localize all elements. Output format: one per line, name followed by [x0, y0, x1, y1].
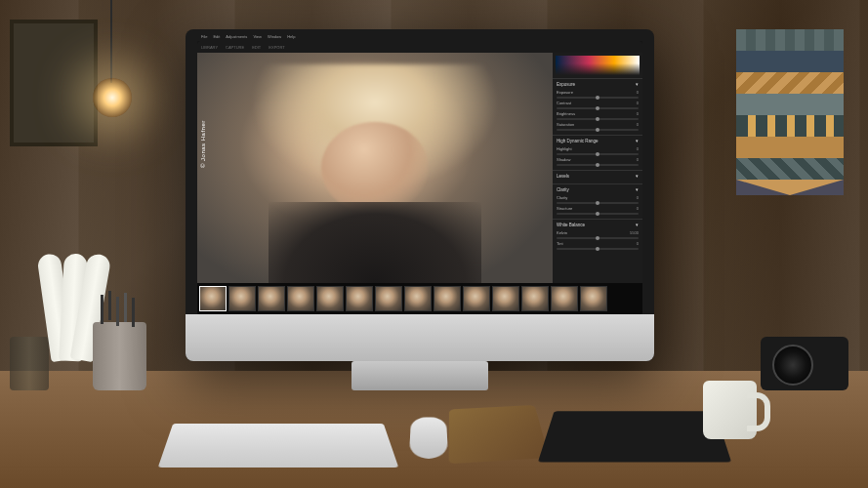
tab-library[interactable]: LIBRARY — [201, 45, 218, 50]
slider-value: 0 — [637, 122, 639, 127]
chevron-down-icon[interactable]: ▾ — [636, 82, 639, 87]
slider-label: Shadow — [557, 157, 570, 162]
monitor-bezel — [186, 314, 654, 361]
filmstrip-thumb[interactable] — [258, 286, 285, 311]
slider-label: Contrast — [557, 101, 571, 105]
kelvin-slider[interactable] — [557, 237, 639, 239]
light-bulb — [93, 78, 132, 117]
map-frame — [10, 20, 98, 146]
slider-value: 5500 — [630, 230, 639, 235]
panel-title: White Balance — [557, 223, 585, 227]
panel-title: High Dynamic Range — [557, 139, 599, 143]
saturation-slider[interactable] — [557, 129, 639, 131]
brightness-slider[interactable] — [557, 118, 639, 120]
slider-label: Exposure — [557, 90, 573, 95]
slider-label: Brightness — [557, 111, 575, 116]
panel-title: Clarity — [557, 187, 569, 192]
chevron-down-icon[interactable]: ▾ — [636, 187, 639, 192]
filmstrip-thumb[interactable] — [463, 286, 490, 311]
monitor-stand — [351, 361, 488, 390]
filmstrip-thumb[interactable] — [492, 286, 519, 311]
panel-title: Exposure — [557, 82, 575, 87]
filmstrip[interactable] — [197, 283, 642, 314]
app-toolbar: LIBRARY CAPTURE EDIT EXPORT — [197, 41, 642, 53]
histogram[interactable] — [556, 56, 640, 75]
slider-value: 0 — [637, 241, 639, 246]
panel-exposure[interactable]: Exposure▾ Exposure0 Contrast0 Brightness… — [553, 78, 642, 135]
slider-label: Clarity — [557, 195, 567, 200]
filmstrip-thumb[interactable] — [521, 286, 549, 311]
highlight-slider[interactable] — [557, 153, 639, 155]
slider-label: Saturation — [557, 122, 574, 127]
panel-clarity[interactable]: Clarity▾ Clarity0 Structure0 — [553, 183, 642, 219]
contrast-slider[interactable] — [557, 107, 639, 109]
filmstrip-thumb[interactable] — [199, 286, 227, 311]
app-body: © Jonas Hafner Exposure▾ Exposure0 Contr… — [197, 53, 642, 283]
clarity-slider[interactable] — [557, 202, 639, 204]
filmstrip-thumb[interactable] — [375, 286, 402, 311]
slider-value: 0 — [637, 206, 639, 211]
slider-label: Highlight — [557, 146, 572, 151]
slider-value: 0 — [637, 146, 639, 151]
menu-item[interactable]: Edit — [213, 34, 220, 39]
bulb-wire — [110, 0, 112, 83]
filmstrip-thumb[interactable] — [434, 286, 461, 311]
menu-item[interactable]: Help — [287, 34, 295, 39]
wall-banner — [736, 29, 844, 195]
app-window: LIBRARY CAPTURE EDIT EXPORT © Jonas Hafn… — [197, 41, 642, 314]
tint-slider[interactable] — [557, 248, 639, 250]
chevron-down-icon[interactable]: ▾ — [636, 139, 639, 143]
slider-value: 0 — [637, 157, 639, 162]
keyboard — [158, 424, 399, 468]
tab-capture[interactable]: CAPTURE — [226, 45, 244, 50]
filmstrip-thumb[interactable] — [404, 286, 432, 311]
exposure-slider[interactable] — [557, 97, 639, 99]
tab-edit[interactable]: EDIT — [252, 45, 261, 50]
slider-value: 0 — [637, 195, 639, 200]
slider-value: 0 — [637, 101, 639, 105]
slider-label: Kelvin — [557, 230, 567, 235]
menu-item[interactable]: Window — [268, 34, 281, 39]
filmstrip-thumb[interactable] — [551, 286, 578, 311]
slider-value: 0 — [637, 111, 639, 116]
leather-case — [449, 405, 550, 464]
panel-levels[interactable]: Levels▾ — [553, 170, 642, 183]
adjustments-panel: Exposure▾ Exposure0 Contrast0 Brightness… — [553, 53, 642, 283]
chevron-down-icon[interactable]: ▾ — [636, 174, 639, 179]
imac-monitor: File Edit Adjustments View Window Help L… — [186, 29, 654, 361]
os-menubar: File Edit Adjustments View Window Help — [197, 32, 642, 41]
glass-jar — [10, 337, 49, 390]
menu-item[interactable]: View — [253, 34, 262, 39]
photo-credit: © Jonas Hafner — [200, 120, 206, 168]
menu-item[interactable]: Adjustments — [226, 34, 247, 39]
filmstrip-thumb[interactable] — [346, 286, 373, 311]
tab-export[interactable]: EXPORT — [269, 45, 284, 50]
slider-label: Tint — [557, 241, 563, 246]
structure-slider[interactable] — [557, 213, 639, 215]
panel-title: Levels — [557, 174, 569, 179]
filmstrip-thumb[interactable] — [228, 286, 256, 311]
panel-whitebalance[interactable]: White Balance▾ Kelvin5500 Tint0 — [553, 219, 642, 254]
filmstrip-thumb[interactable] — [287, 286, 314, 311]
slider-value: 0 — [637, 90, 639, 95]
coffee-mug — [703, 381, 757, 439]
desk-scene: File Edit Adjustments View Window Help L… — [0, 0, 868, 488]
edited-photo — [197, 53, 553, 283]
slider-label: Structure — [557, 206, 572, 211]
menu-item[interactable]: File — [201, 34, 207, 39]
mouse — [409, 418, 448, 459]
filmstrip-thumb[interactable] — [316, 286, 344, 311]
panel-hdr[interactable]: High Dynamic Range▾ Highlight0 Shadow0 — [553, 135, 642, 170]
filmstrip-thumb[interactable] — [580, 286, 607, 311]
shadow-slider[interactable] — [557, 164, 639, 166]
image-viewport[interactable]: © Jonas Hafner — [197, 53, 553, 283]
pencil-cup — [93, 322, 146, 390]
chevron-down-icon[interactable]: ▾ — [636, 223, 639, 227]
camera — [761, 337, 848, 390]
